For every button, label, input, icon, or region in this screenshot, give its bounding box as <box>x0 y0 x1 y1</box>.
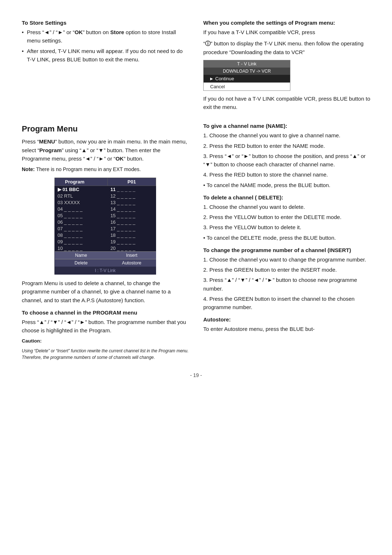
autostore-heading: Autostore: <box>203 316 370 323</box>
channel-04: 04 _ _ _ _ _ <box>55 206 108 212</box>
store-bullet-2: After stored, T-V LINK menu will appear.… <box>22 47 189 64</box>
program-menu-para1: Press “MENU” button, now you are in main… <box>22 137 189 163</box>
channel-07: 07 _ _ _ _ _ <box>55 225 108 232</box>
table-row: 10 _ _ _ _ _ 20 _ _ _ _ _ <box>55 245 156 252</box>
when-complete-heading: When you complete the settings of Progra… <box>203 20 370 26</box>
channel-12: 12 _ _ _ _ _ <box>107 193 156 199</box>
delete-step-2: 2. Press the YELLOW button to enter the … <box>203 213 370 221</box>
to-store-settings-heading: To Store Settings <box>22 20 189 26</box>
table-footer-row2: Delete Autostore <box>55 259 156 267</box>
channel-01: 01 BBC <box>55 186 108 193</box>
delete-button: Delete <box>55 259 108 267</box>
give-name-step-1: 1. Choose the channel you want to give a… <box>203 131 370 139</box>
choose-channel-para: Press “▲” / “▼” / “◄” / “►” button. The … <box>22 318 189 335</box>
table-tvlink-row: I : T-V Link <box>55 267 156 275</box>
table-row: 09 _ _ _ _ _ 19 _ _ _ _ _ <box>55 238 156 245</box>
autostore-button: Autostore <box>107 259 156 267</box>
give-name-steps: 1. Choose the channel you want to give a… <box>203 131 370 189</box>
table-row: 03 XXXXX 13 _ _ _ _ _ <box>55 199 156 206</box>
give-name-step-2: 2. Press the RED button to enter the NAM… <box>203 142 370 150</box>
channel-08: 08 _ _ _ _ _ <box>55 232 108 238</box>
table-row: 07 _ _ _ _ _ 17 _ _ _ _ _ <box>55 225 156 232</box>
insert-button: Insert <box>107 252 156 259</box>
channel-10: 10 _ _ _ _ _ <box>55 245 108 252</box>
table-row: 04 _ _ _ _ _ 14 _ _ _ _ _ <box>55 206 156 212</box>
program-table: Program P01 01 BBC 11 _ _ _ _ _ 02 RTL 1… <box>54 178 156 275</box>
when-complete-para1: If you have a T-V LINK compatible VCR, p… <box>203 28 370 36</box>
when-complete-para3: If you do not have a T-V LINK compatible… <box>203 94 370 112</box>
give-name-step-3: 3. Press “◄” or “►” button to choose the… <box>203 152 370 169</box>
page-number: - 19 - <box>22 372 370 378</box>
delete-step-3: 3. Press the YELLOW button to delete it. <box>203 223 370 231</box>
table-row: 06 _ _ _ _ _ 16 _ _ _ _ _ <box>55 219 156 225</box>
table-row: 01 BBC 11 _ _ _ _ _ <box>55 186 156 193</box>
program-menu-para2: Program Menu is used to delete a channel… <box>22 279 189 304</box>
tvlink-label: I : T-V Link <box>55 267 156 275</box>
store-bullet-1: Press “◄” / “►” or “OK” button on Store … <box>22 28 189 45</box>
program-table-header: Program P01 <box>55 178 156 186</box>
tvlink-menu-box: T - V Link DOWNLOAD TV -> VCR Continue C… <box>203 60 290 91</box>
channel-15: 15 _ _ _ _ _ <box>107 212 156 219</box>
delete-channel-heading: To delete a channel ( DELETE): <box>203 194 370 200</box>
channel-09: 09 _ _ _ _ _ <box>55 238 108 245</box>
col-left-main: Program Menu Press “MENU” button, now yo… <box>22 118 189 364</box>
channel-03: 03 XXXXX <box>55 199 108 206</box>
change-programme-steps: 1. Choose the channel you want to change… <box>203 255 370 312</box>
caution-body: Using “Delete” or “Insert” function rewr… <box>22 348 189 361</box>
page-container: To Store Settings Press “◄” / “►” or “OK… <box>22 15 370 378</box>
delete-cancel: • To cancel the DELETE mode, press the B… <box>203 234 370 242</box>
tvlink-cancel: Cancel <box>204 82 290 90</box>
channel-19: 19 _ _ _ _ _ <box>107 238 156 245</box>
table-row: 02 RTL 12 _ _ _ _ _ <box>55 193 156 199</box>
tvlink-subheader: DOWNLOAD TV -> VCR <box>204 68 290 75</box>
name-button: Name <box>55 252 108 259</box>
channel-06: 06 _ _ _ _ _ <box>55 219 108 225</box>
change-programme-heading: To change the programme number of a chan… <box>203 247 370 253</box>
insert-step-3: 3. Press “▲” / “▼” / “◄” / “►” button to… <box>203 276 370 293</box>
caution-label: Caution: <box>22 337 189 345</box>
insert-step-2: 2. Press the GREEN button to enter the I… <box>203 266 370 274</box>
top-section: To Store Settings Press “◄” / “►” or “OK… <box>22 15 370 114</box>
tvlink-continue: Continue <box>204 75 290 82</box>
table-footer-row1: Name Insert <box>55 252 156 259</box>
channel-02: 02 RTL <box>55 193 108 199</box>
tvlink-header: T - V Link <box>204 60 290 68</box>
col-right-main: To give a channel name (NAME): 1. Choose… <box>203 118 370 336</box>
give-name-heading: To give a channel name (NAME): <box>203 123 370 129</box>
delete-step-1: 1. Choose the channel you want to delete… <box>203 203 370 211</box>
choose-channel-heading: To choose a channel in the PROGRAM menu <box>22 309 189 316</box>
channel-05: 05 _ _ _ _ _ <box>55 212 108 219</box>
program-menu-title: Program Menu <box>22 124 189 134</box>
give-name-cancel: • To cancel the NAME mode, press the BLU… <box>203 181 370 189</box>
table-row: 05 _ _ _ _ _ 15 _ _ _ _ _ <box>55 212 156 219</box>
channel-14: 14 _ _ _ _ _ <box>107 206 156 212</box>
give-name-step-4: 4. Press the RED button to store the cha… <box>203 170 370 179</box>
table-row: 08 _ _ _ _ _ 18 _ _ _ _ _ <box>55 232 156 238</box>
insert-step-1: 1. Choose the channel you want to change… <box>203 255 370 264</box>
col-left-top: To Store Settings Press “◄” / “►” or “OK… <box>22 15 189 66</box>
program-col-header: Program <box>55 178 108 186</box>
col-right-top: When you complete the settings of Progra… <box>203 15 370 114</box>
program-menu-note: Note: There is no Program menu in any EX… <box>22 166 189 173</box>
delete-channel-steps: 1. Choose the channel you want to delete… <box>203 203 370 242</box>
channel-11: 11 _ _ _ _ _ <box>107 186 156 193</box>
autostore-para: To enter Autostore menu, press the BLUE … <box>203 325 370 333</box>
channel-16: 16 _ _ _ _ _ <box>107 219 156 225</box>
channel-18: 18 _ _ _ _ _ <box>107 232 156 238</box>
store-settings-bullets: Press “◄” / “►” or “OK” button on Store … <box>22 28 189 64</box>
channel-17: 17 _ _ _ _ _ <box>107 225 156 232</box>
p01-col-header: P01 <box>107 178 156 186</box>
channel-20: 20 _ _ _ _ _ <box>107 245 156 252</box>
when-complete-para2: “ⓘ” button to display the T-V LINK menu.… <box>203 39 370 56</box>
channel-13: 13 _ _ _ _ _ <box>107 199 156 206</box>
insert-step-4: 4. Press the GREEN button to insert the … <box>203 295 370 312</box>
main-section: Program Menu Press “MENU” button, now yo… <box>22 118 370 364</box>
